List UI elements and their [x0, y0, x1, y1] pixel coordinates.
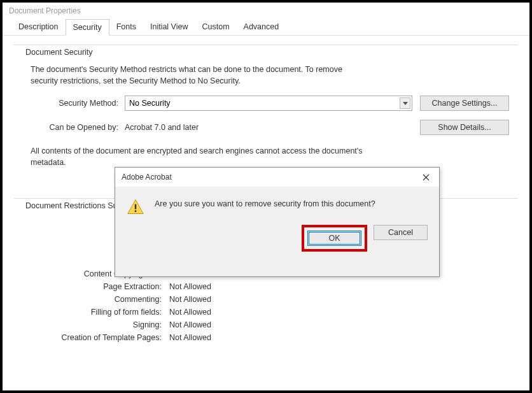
svg-rect-0 [135, 204, 136, 210]
tab-custom[interactable]: Custom [195, 19, 236, 35]
dialog-message: Are you sure you want to remove security… [155, 199, 375, 216]
security-method-select[interactable]: No Security [125, 96, 412, 111]
window-title: Document Properties [3, 3, 529, 17]
highlight-box: OK [302, 225, 367, 252]
confirm-dialog: Adobe Acrobat Are you sure you want to r… [115, 167, 440, 277]
security-method-label: Security Method: [23, 99, 125, 108]
perm-row: Filling of form fields:Not Allowed [23, 308, 509, 317]
perm-row: Commenting:Not Allowed [23, 295, 509, 304]
show-details-button[interactable]: Show Details... [420, 120, 509, 135]
tab-description[interactable]: Description [11, 19, 66, 35]
change-settings-button[interactable]: Change Settings... [420, 96, 509, 111]
warning-icon [127, 198, 144, 216]
perm-row: Page Extraction:Not Allowed [23, 282, 509, 291]
dialog-title: Adobe Acrobat [122, 173, 172, 182]
ok-button[interactable]: OK [307, 231, 361, 246]
tab-security[interactable]: Security [66, 19, 109, 36]
svg-rect-1 [135, 210, 136, 212]
security-description: The document's Security Method restricts… [31, 64, 368, 87]
security-method-value: No Security [129, 99, 171, 108]
tab-advanced[interactable]: Advanced [237, 19, 286, 35]
close-icon[interactable] [417, 170, 434, 184]
opened-by-label: Can be Opened by: [23, 123, 125, 132]
tab-bar: Description Security Fonts Initial View … [3, 19, 529, 36]
perm-row: Signing:Not Allowed [23, 320, 509, 329]
opened-by-value: Acrobat 7.0 and later [125, 123, 199, 132]
tab-initial-view[interactable]: Initial View [143, 19, 195, 35]
perm-row: Creation of Template Pages:Not Allowed [23, 333, 509, 342]
window-frame: Document Properties Description Security… [0, 0, 532, 393]
cancel-button[interactable]: Cancel [374, 225, 428, 240]
chevron-down-icon [400, 97, 410, 109]
security-legend: Document Security [23, 48, 95, 57]
encryption-note: All contents of the document are encrypt… [31, 145, 368, 168]
tab-fonts[interactable]: Fonts [109, 19, 143, 35]
security-fieldset: Document Security The document's Securit… [14, 39, 518, 179]
